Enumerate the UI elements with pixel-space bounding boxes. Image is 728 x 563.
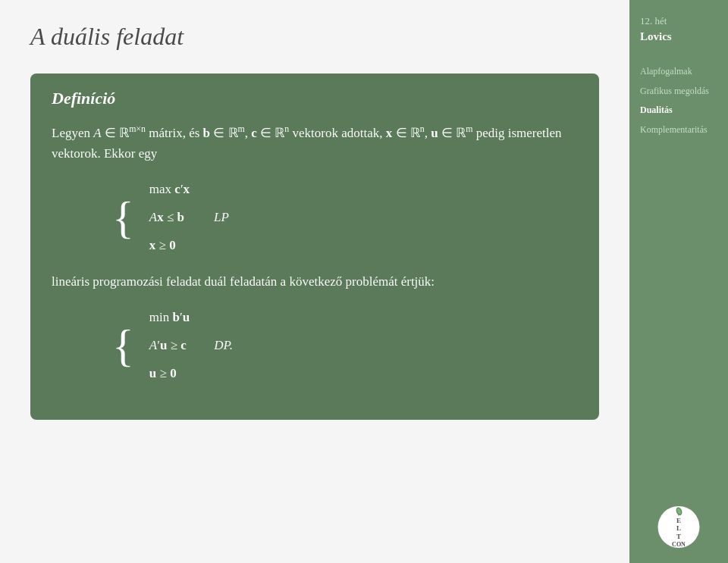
sidebar-week: 12. hét xyxy=(640,15,717,27)
lp-label: LP xyxy=(214,207,229,227)
lp-line-1: max c′x xyxy=(142,177,202,201)
definition-header: Definíció xyxy=(52,89,578,108)
sidebar-item-dualitas[interactable]: Dualitás xyxy=(640,105,717,117)
lp-brace-row: { max c′x Ax ≤ b x ≥ 0 xyxy=(112,177,202,258)
lp-left-brace: { xyxy=(112,177,134,258)
dp-brace-content: min b′u A′u ≥ c u ≥ 0 xyxy=(142,305,202,386)
dp-line-2: A′u ≥ c xyxy=(142,333,202,357)
definition-box: Definíció Legyen A ∈ ℝm×n mátrix, és b ∈… xyxy=(30,74,599,420)
dp-brace-row: { min b′u A′u ≥ c u ≥ 0 xyxy=(112,305,202,386)
definition-paragraph-1: Legyen A ∈ ℝm×n mátrix, és b ∈ ℝm, c ∈ ℝ… xyxy=(52,122,578,164)
sidebar-item-grafikus[interactable]: Grafikus megoldás xyxy=(640,86,717,98)
lp-brace-content: max c′x Ax ≤ b x ≥ 0 xyxy=(142,177,202,258)
dp-math-block: { min b′u A′u ≥ c u ≥ 0 DP. xyxy=(112,305,578,386)
sidebar-logo: ELT CON xyxy=(658,506,700,548)
dp-line-1: min b′u xyxy=(142,305,202,329)
definition-paragraph-2: lineáris programozási feladat duál felad… xyxy=(52,271,578,292)
main-content: A duális feladat Definíció Legyen A ∈ ℝm… xyxy=(0,0,629,563)
lp-line-2: Ax ≤ b xyxy=(142,205,202,229)
sidebar: 12. hét Lovics Alapfogalmak Grafikus meg… xyxy=(629,0,728,563)
dp-label: DP. xyxy=(214,335,233,355)
sidebar-author: Lovics xyxy=(640,30,717,43)
dp-line-3: u ≥ 0 xyxy=(142,361,202,385)
leaf-icon xyxy=(667,506,690,517)
sidebar-item-alapfogalmak[interactable]: Alapfogalmak xyxy=(640,66,717,78)
lp-line-3: x ≥ 0 xyxy=(142,233,202,257)
logo-con-text: CON xyxy=(672,541,686,548)
dp-left-brace: { xyxy=(112,305,134,386)
logo-elt-text: ELT xyxy=(676,517,681,541)
page-title: A duális feladat xyxy=(30,23,599,51)
definition-text: Legyen A ∈ ℝm×n mátrix, és b ∈ ℝm, c ∈ ℝ… xyxy=(52,122,578,385)
sidebar-item-komplementaritas[interactable]: Komplementaritás xyxy=(640,124,717,136)
lp-math-block: { max c′x Ax ≤ b x ≥ 0 LP xyxy=(112,177,578,258)
sidebar-nav: Alapfogalmak Grafikus megoldás Dualitás … xyxy=(640,66,717,136)
